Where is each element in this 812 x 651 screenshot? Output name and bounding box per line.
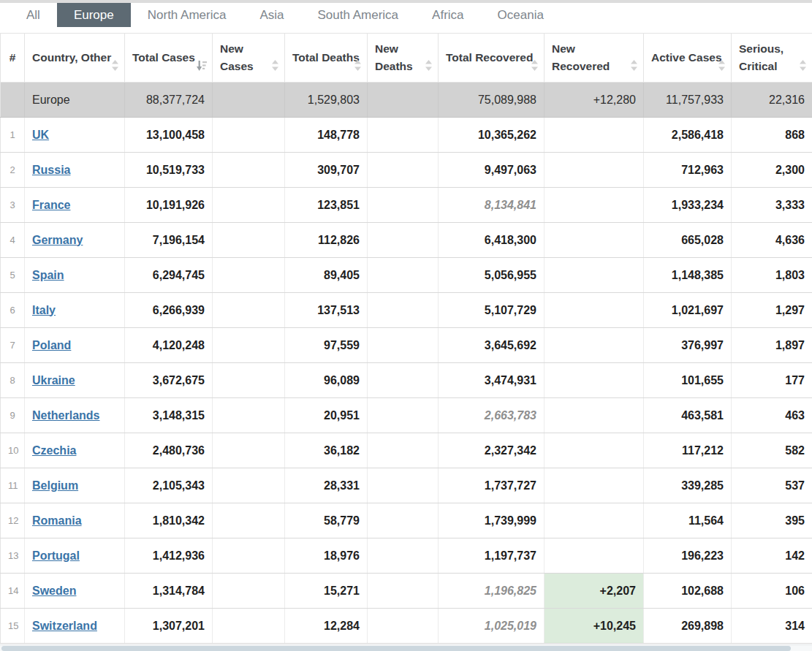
total-cases-cell: 4,120,248	[125, 328, 213, 363]
tab-europe[interactable]: Europe	[57, 3, 131, 27]
country-row: 3 France 10,191,926 123,851 8,134,841 1,…	[1, 188, 812, 223]
total-recovered-cell: 9,497,063	[439, 153, 545, 188]
serious-critical-cell: 314	[732, 609, 812, 644]
new-cases-cell	[213, 503, 285, 538]
total-deaths-cell: 15,271	[285, 574, 368, 609]
new-recovered-cell: +2,207	[545, 574, 644, 609]
new-cases-cell	[213, 574, 285, 609]
country-row: 7 Poland 4,120,248 97,559 3,645,692 376,…	[1, 328, 812, 363]
serious-critical-cell: 177	[732, 363, 812, 398]
tab-all[interactable]: All	[10, 3, 57, 27]
country-name-cell: Germany	[25, 223, 125, 258]
total-recovered-cell: 1,025,019	[439, 609, 545, 644]
new-deaths-cell	[368, 609, 439, 644]
tab-north-america[interactable]: North America	[131, 3, 243, 27]
active-cases-cell: 1,148,385	[644, 258, 732, 293]
column-header-active-cases[interactable]: Active Cases	[644, 34, 732, 83]
rank-cell: 11	[1, 468, 25, 503]
serious-critical-cell: 2,300	[732, 153, 812, 188]
country-link[interactable]: Belgium	[32, 479, 78, 492]
column-header-new-recovered[interactable]: New Recovered	[545, 34, 644, 83]
country-name-cell: Belgium	[25, 468, 125, 503]
country-link[interactable]: Netherlands	[32, 409, 99, 422]
new-deaths-cell	[368, 433, 439, 468]
country-link[interactable]: Italy	[32, 304, 56, 316]
active-cases-cell: 665,028	[644, 223, 732, 258]
new-cases-cell	[213, 83, 285, 118]
serious-critical-cell: 106	[732, 574, 812, 609]
total-deaths-cell: 123,851	[285, 188, 368, 223]
country-row: 6 Italy 6,266,939 137,513 5,107,729 1,02…	[1, 293, 812, 328]
country-link[interactable]: Ukraine	[32, 374, 75, 387]
sort-both-icon	[425, 60, 433, 71]
column-header-total-recovered[interactable]: Total Recovered	[439, 34, 545, 83]
serious-critical-cell: 868	[732, 118, 812, 153]
tab-asia[interactable]: Asia	[243, 3, 300, 27]
active-cases-cell: 339,285	[644, 468, 732, 503]
column-label: New Recovered	[552, 42, 610, 72]
total-recovered-cell: 6,418,300	[439, 223, 545, 258]
country-link[interactable]: UK	[32, 129, 49, 141]
column-label: New Deaths	[375, 42, 413, 72]
country-link[interactable]: Spain	[32, 269, 64, 281]
horizontal-scrollbar[interactable]	[0, 644, 812, 651]
new-cases-cell	[213, 468, 285, 503]
horizontal-scrollbar-thumb[interactable]	[1, 646, 791, 651]
rank-cell	[1, 83, 25, 118]
country-row: 13 Portugal 1,412,936 18,976 1,197,737 1…	[1, 538, 812, 574]
tab-africa[interactable]: Africa	[415, 3, 480, 27]
total-recovered-cell: 3,645,692	[439, 328, 545, 363]
covid-stats-table: # Country, Other Total Cases New Cases T…	[0, 33, 812, 644]
total-recovered-cell: 2,663,783	[439, 398, 545, 433]
country-link[interactable]: Sweden	[32, 585, 76, 597]
country-name-cell: Spain	[25, 258, 125, 293]
active-cases-cell: 196,223	[644, 538, 732, 574]
country-row: 8 Ukraine 3,672,675 96,089 3,474,931 101…	[1, 363, 812, 398]
sort-both-icon	[111, 60, 119, 71]
country-row: 1 UK 13,100,458 148,778 10,365,262 2,586…	[1, 118, 812, 153]
column-header-country[interactable]: Country, Other	[25, 34, 125, 83]
country-row: 12 Romania 1,810,342 58,779 1,739,999 11…	[1, 503, 812, 538]
column-header-new-cases[interactable]: New Cases	[213, 34, 285, 83]
country-link[interactable]: Romania	[32, 514, 82, 527]
serious-critical-cell: 22,316	[732, 83, 812, 118]
new-deaths-cell	[368, 538, 439, 574]
total-recovered-cell: 1,197,737	[439, 538, 545, 574]
new-recovered-cell	[545, 188, 644, 223]
total-cases-cell: 1,307,201	[125, 609, 213, 644]
country-link[interactable]: Poland	[32, 339, 71, 351]
new-recovered-cell	[545, 363, 644, 398]
new-deaths-cell	[368, 188, 439, 223]
serious-critical-cell: 1,297	[732, 293, 812, 328]
total-deaths-cell: 20,951	[285, 398, 368, 433]
tab-oceania[interactable]: Oceania	[481, 3, 561, 27]
new-cases-cell	[213, 153, 285, 188]
country-name-cell: Netherlands	[25, 398, 125, 433]
new-recovered-cell	[545, 258, 644, 293]
country-link[interactable]: Switzerland	[32, 620, 97, 632]
column-header-new-deaths[interactable]: New Deaths	[368, 34, 439, 83]
serious-critical-cell: 1,897	[732, 328, 812, 363]
new-cases-cell	[213, 398, 285, 433]
new-recovered-cell	[545, 118, 644, 153]
total-deaths-cell: 58,779	[285, 503, 368, 538]
active-cases-cell: 11,564	[644, 503, 732, 538]
country-link[interactable]: Czechia	[32, 444, 76, 457]
country-link[interactable]: Russia	[32, 164, 70, 176]
column-header-total-cases[interactable]: Total Cases	[125, 34, 213, 83]
total-cases-cell: 1,314,784	[125, 574, 213, 609]
total-cases-cell: 7,196,154	[125, 223, 213, 258]
new-recovered-cell: +12,280	[545, 83, 644, 118]
country-link[interactable]: Portugal	[32, 549, 80, 562]
tab-south-america[interactable]: South America	[301, 3, 416, 27]
active-cases-cell: 102,688	[644, 574, 732, 609]
column-header-serious-critical[interactable]: Serious, Critical	[732, 34, 812, 83]
new-deaths-cell	[368, 574, 439, 609]
total-cases-cell: 1,412,936	[125, 538, 213, 574]
total-recovered-cell: 3,474,931	[439, 363, 545, 398]
new-recovered-cell: +10,245	[545, 609, 644, 644]
total-cases-cell: 10,519,733	[125, 153, 213, 188]
country-link[interactable]: France	[32, 199, 70, 211]
country-link[interactable]: Germany	[32, 234, 83, 246]
column-header-total-deaths[interactable]: Total Deaths	[285, 34, 368, 83]
